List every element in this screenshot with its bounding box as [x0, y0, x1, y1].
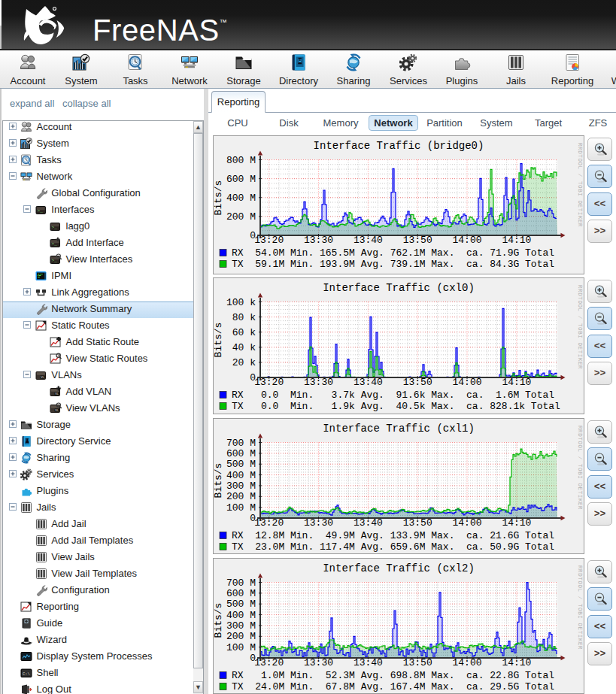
- svg-text:100 k: 100 k: [226, 297, 256, 308]
- svg-text:>_: >_: [51, 224, 57, 229]
- svg-text:RRDTOOL / TOBI OETIKER: RRDTOOL / TOBI OETIKER: [577, 426, 583, 510]
- svg-text:60 k: 60 k: [232, 327, 256, 338]
- svg-text:RX 12.8M Min. 49.9M Avg. 133: RX 12.8M Min. 49.9M Avg. 133.9M Max. ca.…: [232, 530, 554, 541]
- svg-text:600 M: 600 M: [226, 588, 256, 599]
- svg-text:TX 0.0 Min. 1.9k Avg. 40: TX 0.0 Min. 1.9k Avg. 40.5k Max. ca. 828…: [232, 401, 560, 412]
- svg-text:TX 24.0M Min. 67.8M Avg. 167: TX 24.0M Min. 67.8M Avg. 167.4M Max. ca.…: [232, 681, 554, 692]
- svg-text:RX 0.0 Min. 3.7k Avg. 91: RX 0.0 Min. 3.7k Avg. 91.6k Max. ca. 1.6…: [232, 389, 554, 401]
- svg-text:Bits/s: Bits/s: [214, 463, 224, 499]
- svg-text:Interface Traffic (cxl0): Interface Traffic (cxl0): [323, 282, 475, 294]
- svg-text:100 M: 100 M: [226, 642, 256, 653]
- svg-text:>_: >_: [37, 208, 43, 213]
- svg-text:RRDTOOL / TOBI OETIKER: RRDTOOL / TOBI OETIKER: [577, 285, 583, 369]
- svg-text:RX 1.0M Min. 52.3M Avg. 698: RX 1.0M Min. 52.3M Avg. 698.8M Max. ca. …: [232, 670, 554, 681]
- svg-text:VL: VL: [55, 409, 58, 412]
- svg-text:500 M: 500 M: [226, 459, 256, 470]
- svg-text:400 M: 400 M: [226, 470, 256, 481]
- svg-text:Interface Traffic (cxl1): Interface Traffic (cxl1): [323, 423, 475, 435]
- svg-text:80 k: 80 k: [232, 312, 256, 323]
- svg-text:Interface Traffic (bridge0): Interface Traffic (bridge0): [314, 140, 484, 152]
- svg-text:>_: >_: [51, 257, 57, 262]
- svg-text:Bits/s: Bits/s: [214, 323, 224, 358]
- svg-text:400 M: 400 M: [226, 610, 256, 621]
- svg-text:20 k: 20 k: [232, 357, 256, 368]
- svg-text:Interface Traffic (cxl2): Interface Traffic (cxl2): [323, 562, 475, 574]
- svg-text:200 M: 200 M: [226, 631, 256, 642]
- svg-text:VL: VL: [41, 376, 44, 379]
- svg-text:RRDTOOL / TOBI OETIKER: RRDTOOL / TOBI OETIKER: [577, 143, 583, 227]
- svg-text:>_: >_: [51, 241, 57, 246]
- svg-text:300 M: 300 M: [226, 620, 256, 632]
- svg-text:VL: VL: [55, 392, 58, 395]
- svg-text:300 M: 300 M: [226, 480, 256, 492]
- svg-text:Bits/s: Bits/s: [214, 603, 224, 638]
- svg-text:100 M: 100 M: [226, 502, 256, 514]
- svg-text:200 M: 200 M: [226, 491, 256, 502]
- svg-text:40 k: 40 k: [232, 342, 256, 353]
- svg-text:600 M: 600 M: [226, 174, 256, 185]
- svg-text:RRDTOOL / TOBI OETIKER: RRDTOOL / TOBI OETIKER: [577, 565, 583, 650]
- svg-text:C:\: C:\: [23, 671, 30, 676]
- svg-text:RX 54.0M Min. 165.5M Avg. 762: RX 54.0M Min. 165.5M Avg. 762.1M Max. ca…: [232, 247, 554, 259]
- svg-text:Bits/s: Bits/s: [214, 180, 224, 216]
- svg-text:700 M: 700 M: [226, 438, 256, 449]
- svg-text:TX 59.1M Min. 193.9M Avg. 739: TX 59.1M Min. 193.9M Avg. 739.1M Max. ca…: [232, 259, 554, 270]
- svg-text:TX 23.0M Min. 117.4M Avg. 659: TX 23.0M Min. 117.4M Avg. 659.6M Max. ca…: [232, 541, 554, 553]
- svg-text:600 M: 600 M: [226, 448, 256, 459]
- svg-text:700 M: 700 M: [226, 577, 256, 589]
- svg-text:500 M: 500 M: [226, 599, 256, 610]
- svg-text:400 M: 400 M: [226, 192, 256, 204]
- svg-text:200 M: 200 M: [226, 211, 256, 223]
- svg-text:800 M: 800 M: [226, 155, 256, 166]
